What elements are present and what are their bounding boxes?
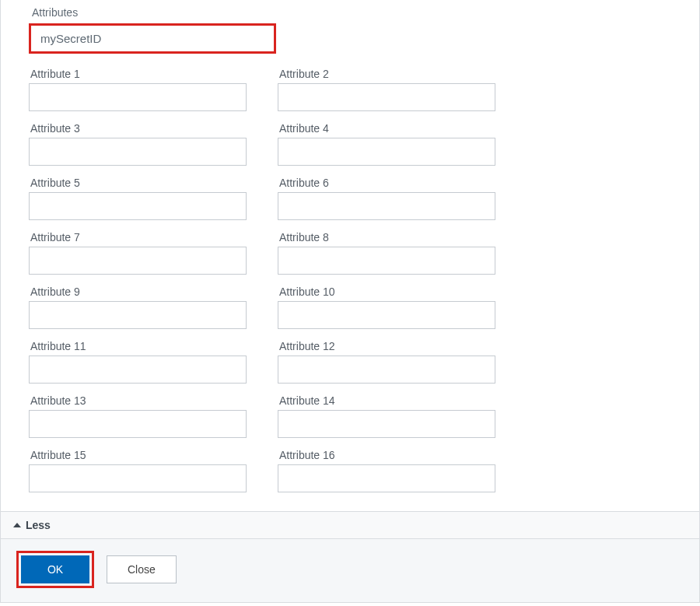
attribute-input-11[interactable] [29,356,247,384]
attribute-field: Attribute 15 [29,449,247,492]
attribute-field: Attribute 16 [278,449,495,492]
attribute-field: Attribute 9 [29,285,247,329]
attribute-input-10[interactable] [278,301,495,329]
attribute-input-2[interactable] [278,83,495,111]
attribute-input-1[interactable] [29,83,247,111]
attribute-field: Attribute 12 [278,340,495,384]
attribute-label: Attribute 10 [279,285,495,298]
less-toggle[interactable]: Less [1,511,699,539]
section-label: Attributes [32,6,676,19]
attribute-label: Attribute 2 [279,68,495,80]
attribute-label: Attribute 12 [279,340,495,352]
attribute-field: Attribute 11 [29,340,247,384]
attribute-label: Attribute 8 [279,231,495,243]
attribute-field: Attribute 14 [278,394,495,438]
attribute-label: Attribute 6 [279,177,495,189]
caret-up-icon [13,523,21,527]
attribute-label: Attribute 7 [30,231,247,243]
dialog-footer: OK Close [1,539,699,603]
attribute-label: Attribute 14 [279,394,495,407]
attribute-input-15[interactable] [29,464,247,492]
close-button[interactable]: Close [107,555,177,583]
attribute-input-7[interactable] [29,247,247,275]
attribute-field: Attribute 1 [29,68,247,111]
less-label: Less [26,519,51,531]
attribute-field: Attribute 3 [29,122,247,166]
attribute-input-5[interactable] [29,192,247,220]
attribute-label: Attribute 16 [279,449,495,461]
attribute-label: Attribute 5 [30,177,247,189]
attribute-input-6[interactable] [278,192,495,220]
attribute-field: Attribute 4 [278,122,495,166]
attribute-field: Attribute 13 [29,394,247,438]
attribute-label: Attribute 9 [30,285,247,298]
attribute-field: Attribute 10 [278,285,495,329]
attribute-input-14[interactable] [278,410,495,438]
attribute-input-9[interactable] [29,301,247,329]
attribute-label: Attribute 1 [30,68,247,80]
attribute-field: Attribute 5 [29,177,247,220]
attribute-input-8[interactable] [278,247,495,275]
attribute-input-16[interactable] [278,464,495,492]
main-attribute-field[interactable]: mySecretID [29,23,276,54]
attribute-field: Attribute 6 [278,177,495,220]
attributes-panel: Attributes mySecretID Attribute 1 Attrib… [0,0,700,603]
attribute-field: Attribute 7 [29,231,247,275]
attribute-grid: Attribute 1 Attribute 2 Attribute 3 Attr… [29,68,676,492]
attribute-label: Attribute 15 [30,449,247,461]
attribute-input-4[interactable] [278,138,495,166]
main-attribute-value: mySecretID [40,32,101,45]
attribute-field: Attribute 2 [278,68,495,111]
attribute-label: Attribute 4 [279,122,495,135]
attribute-field: Attribute 8 [278,231,495,275]
attribute-label: Attribute 3 [30,122,247,135]
attribute-input-3[interactable] [29,138,247,166]
ok-button[interactable]: OK [21,555,89,583]
attribute-input-13[interactable] [29,410,247,438]
attribute-input-12[interactable] [278,356,495,384]
attribute-label: Attribute 11 [30,340,247,352]
attributes-content: Attributes mySecretID Attribute 1 Attrib… [1,0,699,511]
attribute-label: Attribute 13 [30,394,247,407]
ok-highlight: OK [16,551,94,588]
